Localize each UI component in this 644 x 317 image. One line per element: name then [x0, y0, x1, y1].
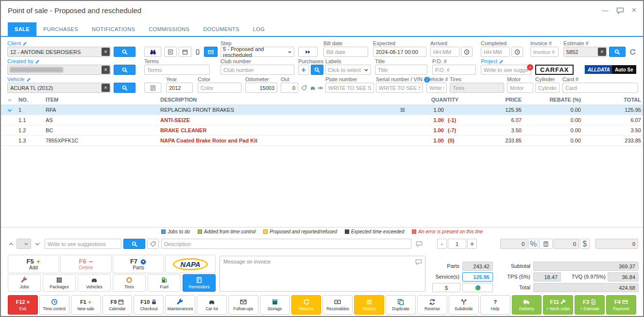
col-price[interactable]: PRICE: [471, 97, 525, 103]
maintenances-button[interactable]: Maintenances: [165, 295, 195, 315]
tab-sale[interactable]: SALE: [8, 22, 36, 36]
labels-select[interactable]: Click to select: [325, 65, 371, 75]
dollar-button[interactable]: $: [580, 239, 590, 249]
client-label[interactable]: Client: [7, 40, 111, 47]
expected-input[interactable]: [373, 47, 426, 57]
client-input[interactable]: [7, 47, 111, 57]
completed-input[interactable]: [481, 47, 510, 57]
table-row[interactable]: 1.3 7855XPFK1C NAPA Coated Brake Rotor a…: [1, 136, 644, 146]
vehicles-button[interactable]: Vehicles: [78, 274, 111, 292]
packages-button[interactable]: Packages: [43, 274, 76, 292]
expand-row-icon[interactable]: [7, 107, 13, 113]
qty-input[interactable]: [448, 239, 466, 249]
title-input[interactable]: [375, 65, 427, 75]
item-search-button[interactable]: [123, 239, 145, 249]
tab-commissions[interactable]: COMMISSIONS: [142, 22, 196, 36]
card-input[interactable]: [562, 83, 638, 93]
add-line-button[interactable]: F5+ Add: [8, 255, 59, 273]
comment-icon[interactable]: [415, 257, 422, 266]
qty-decrease-button[interactable]: -: [437, 239, 447, 249]
duplicate-button[interactable]: Duplicate: [386, 295, 416, 315]
color-input[interactable]: [198, 83, 241, 93]
estimate-button[interactable]: F3+ Estimate: [575, 295, 605, 315]
item-tag-button[interactable]: [147, 239, 159, 249]
job-details-icon[interactable]: [400, 107, 406, 113]
item-code-input[interactable]: [45, 239, 121, 249]
vin-input[interactable]: [376, 83, 423, 93]
motor-input[interactable]: [507, 83, 533, 93]
line-type-select[interactable]: [17, 239, 31, 249]
jobs-button[interactable]: Jobs: [8, 274, 41, 292]
clear-client-icon[interactable]: ×: [102, 48, 110, 56]
line-total-input[interactable]: [595, 239, 638, 249]
add-purchase-button[interactable]: +: [298, 65, 309, 75]
item-description-input[interactable]: [161, 239, 411, 249]
vehicle-label[interactable]: Vehicle: [7, 76, 111, 83]
vehicle-tag-button[interactable]: [300, 83, 308, 93]
client-email-button[interactable]: [204, 47, 218, 57]
project-label[interactable]: Project: [481, 58, 531, 65]
vehicle-note-button[interactable]: [144, 83, 161, 93]
col-item[interactable]: ITEM: [46, 97, 160, 103]
exit-button[interactable]: F12×Exit: [8, 295, 38, 315]
car-lot-button[interactable]: Car lot: [197, 295, 227, 315]
chat-button[interactable]: [616, 6, 624, 15]
rebate-input[interactable]: [500, 239, 527, 249]
client-appointment-button[interactable]: [179, 47, 191, 57]
napa-catalog-button[interactable]: NAPA: [165, 255, 216, 273]
vehicle-view-button[interactable]: [317, 83, 324, 93]
minimize-button[interactable]: —: [602, 6, 609, 14]
reminders-button[interactable]: Reminders: [183, 274, 216, 292]
table-row[interactable]: 1.1 AS ANTI-SEIZE 1.00 (-1) 6.07 0.00 6.…: [1, 115, 644, 125]
tires-input[interactable]: [450, 83, 504, 93]
carfax-logo[interactable]: CARFAX: [535, 65, 574, 75]
alldata-logo[interactable]: ALLDATA: [585, 65, 613, 74]
table-row[interactable]: 1 RFA REPLACING FRONT BRAKES 1.00 125.95…: [1, 105, 644, 115]
receivables-button[interactable]: Receivables: [322, 295, 353, 315]
work-order-button[interactable]: F11+ Work order: [543, 295, 573, 315]
odometer-input[interactable]: [245, 83, 277, 93]
qty-increase-button[interactable]: +: [467, 239, 477, 249]
returns-button[interactable]: Returns: [291, 295, 322, 315]
new-sale-button[interactable]: F1+New sale: [71, 295, 101, 315]
plate-input[interactable]: [325, 83, 374, 93]
price-calc-button[interactable]: [539, 239, 553, 249]
autoserve-logo[interactable]: Auto Se: [612, 65, 636, 74]
sort-icon[interactable]: [7, 98, 12, 103]
move-line-down-button[interactable]: [33, 239, 42, 249]
clear-estimate-icon[interactable]: ×: [598, 48, 606, 56]
client-history-button[interactable]: [144, 47, 161, 57]
table-row[interactable]: 1.2 BC BRAKE CLEANER 1.00 (-7) 3.50 0.00…: [1, 125, 644, 136]
client-note-button[interactable]: [164, 47, 177, 57]
po-input[interactable]: [432, 65, 476, 75]
reverse-button[interactable]: Reverse: [417, 295, 447, 315]
clear-created-by-icon[interactable]: ×: [102, 66, 110, 74]
delete-line-button[interactable]: F6− Delete: [60, 255, 112, 273]
next-step-button[interactable]: [298, 47, 318, 57]
created-by-search-button[interactable]: [114, 65, 136, 75]
col-quantity[interactable]: QUANTITY: [411, 97, 471, 103]
invoice-message-input[interactable]: [220, 256, 425, 292]
help-button[interactable]: ?Help: [480, 295, 510, 315]
completed-now-button[interactable]: [511, 47, 523, 57]
club-number-input[interactable]: [220, 65, 294, 75]
client-phone-button[interactable]: [193, 47, 203, 57]
time-control-button[interactable]: Time control: [39, 295, 69, 315]
bill-date-input[interactable]: [323, 47, 368, 57]
project-input[interactable]: [481, 65, 531, 75]
cylinder-input[interactable]: [535, 83, 559, 93]
odometer-out-input[interactable]: [281, 83, 298, 93]
storage-button[interactable]: Storage: [260, 295, 290, 315]
parts-button[interactable]: F7 Parts: [113, 255, 164, 273]
estimate-search-button[interactable]: [609, 47, 626, 57]
line-comment-button[interactable]: [414, 239, 424, 249]
subdivide-button[interactable]: Subdivide: [449, 295, 479, 315]
purchases-search-button[interactable]: [311, 65, 323, 75]
percent-button[interactable]: %: [528, 239, 538, 249]
currency-button[interactable]: $: [432, 283, 460, 292]
arrived-now-button[interactable]: [461, 47, 473, 57]
vehicle-lookup-button[interactable]: [309, 83, 317, 93]
arrived-input[interactable]: [430, 47, 459, 57]
history-button[interactable]: History: [354, 295, 384, 315]
year-input[interactable]: [166, 83, 193, 93]
